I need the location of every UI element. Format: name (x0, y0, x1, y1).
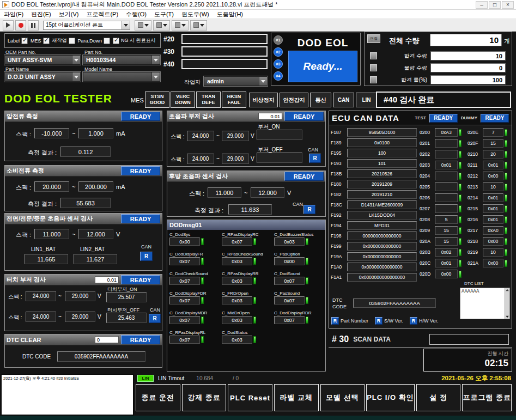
spec-max-input[interactable]: 29.000 (65, 291, 95, 301)
ecu-data-row: F187 958505D100 (331, 128, 417, 137)
can-value: 7 (483, 128, 503, 137)
can-result-button[interactable]: R (309, 154, 321, 163)
mes-mode-button[interactable]: HKSN FAUL (222, 92, 246, 108)
part-name-dropdown[interactable]: D.O.D UNIT ASSY (4, 72, 81, 82)
spec-max-input[interactable]: 12.000 (251, 187, 284, 198)
can-signal: C_DodCheckSound 0x07 (169, 271, 220, 287)
oem-part-no-dropdown[interactable]: UNIT ASSY-SVM (4, 55, 81, 65)
mes-mode-button[interactable]: STSN GOOD (145, 92, 169, 108)
ecu-left-column: F187 958505D100 F189 0x0100 F195 100 F19… (331, 128, 417, 283)
alarm-button[interactable]: 비상정지 (249, 93, 278, 107)
spec-max-input[interactable]: 29.000 (222, 131, 249, 141)
option-checkbox[interactable]: 재작업 (52, 37, 75, 44)
spec-label: 스팩 : (16, 184, 31, 192)
control-button[interactable]: 모델 선택 (320, 384, 365, 411)
control-button[interactable]: 라벨 교체 (274, 384, 319, 411)
spec-min-input[interactable]: 20.000 (34, 181, 69, 192)
option-checkbox[interactable]: Label (8, 38, 28, 44)
menu-item[interactable]: 수행(O) (122, 10, 150, 19)
station-led-list: #1#2#3#4 (274, 35, 283, 81)
checkbox-box[interactable] (21, 38, 28, 44)
control-button[interactable]: 프로그램 종료 (462, 384, 512, 411)
close-button[interactable]: × (502, 1, 514, 9)
can-result-button[interactable]: R (303, 205, 315, 214)
can-value: 0x01 (483, 193, 503, 202)
pause-button[interactable] (28, 20, 39, 31)
threshold-input[interactable]: 0.01 (258, 113, 282, 120)
read-button[interactable]: R (410, 317, 417, 325)
spec-min-input[interactable]: 11.000 (34, 229, 69, 239)
checkbox-box[interactable] (69, 38, 75, 44)
reorder-dropdown[interactable] (190, 20, 207, 31)
alarm-button[interactable]: 안전감지 (280, 93, 308, 107)
distribute-objects-dropdown[interactable] (153, 20, 170, 31)
ecu-data-row: F1A0 0x00000000000000 (331, 263, 417, 271)
mes-mode-button[interactable]: VERC DOWN (171, 92, 195, 108)
slot-input[interactable] (181, 59, 268, 69)
alarm-button[interactable]: CAN (333, 93, 354, 107)
control-button[interactable]: 강제 종료 (182, 384, 227, 411)
option-checkbox[interactable]: NG 시 완료표시 (113, 37, 156, 44)
can-result-button[interactable]: R (140, 252, 153, 261)
spec-min-input[interactable]: 24.000 (26, 312, 56, 322)
spec-min-input[interactable]: 24.000 (187, 131, 214, 141)
alarm-button[interactable]: 통신 (310, 93, 331, 107)
read-button[interactable]: R (331, 317, 339, 325)
checkbox-box[interactable] (43, 38, 50, 44)
spec-max-input[interactable]: 29.000 (65, 312, 95, 322)
signal-led (253, 258, 256, 265)
menu-item[interactable]: 프로젝트(P) (82, 10, 122, 19)
spec-min-input[interactable]: 11.000 (208, 187, 241, 198)
align-objects-dropdown[interactable] (135, 20, 151, 31)
can-result-button[interactable]: R (149, 314, 161, 323)
spec-max-input[interactable]: 12.000 (78, 229, 113, 239)
spec-max-input[interactable]: 200.000 (78, 181, 113, 192)
font-selector[interactable]: 15pt 어플리케이션 폰트 (43, 21, 130, 30)
dtc-list-box[interactable]: AAAAAA (460, 288, 510, 319)
control-button[interactable]: 종료 운전 (136, 384, 180, 411)
scan-data-field[interactable] (429, 334, 509, 345)
result-label: 측정 결과 : (195, 206, 223, 215)
spec-min-input[interactable]: -10.000 (34, 128, 69, 138)
menu-item[interactable]: 편집(E) (27, 10, 55, 19)
dtc-clear-input[interactable]: 0 (95, 336, 119, 343)
spec-min-input[interactable]: 24.000 (187, 154, 214, 164)
resize-objects-dropdown[interactable] (172, 20, 189, 31)
can-value: 0xA0 (483, 226, 503, 235)
abort-button[interactable] (15, 20, 26, 31)
threshold-input[interactable]: 0.01 (95, 276, 119, 283)
menu-item[interactable]: 도움말(H) (213, 10, 247, 19)
scrollbar[interactable] (505, 288, 509, 319)
can-id-label: F195 (331, 150, 347, 156)
menu-item[interactable]: 윈도우(W) (178, 10, 213, 19)
part-no-dropdown[interactable]: H00103544 (83, 55, 160, 65)
checkbox-box[interactable] (113, 38, 119, 44)
menu-item[interactable]: 파일(F) (0, 10, 27, 19)
scroll-down-icon[interactable] (506, 316, 509, 318)
option-checkbox[interactable]: MES (31, 38, 50, 44)
control-button[interactable]: PLC I/O 확인 (366, 384, 415, 411)
can-value (435, 204, 458, 213)
option-checkbox[interactable]: Para.Down (78, 38, 111, 44)
run-button[interactable] (3, 20, 14, 31)
operator-dropdown[interactable]: admin (204, 76, 268, 86)
slot-input[interactable] (181, 46, 268, 57)
spec-max-input[interactable]: 1.000 (78, 128, 113, 138)
control-button[interactable]: 설 정 (416, 384, 461, 411)
minimize-button[interactable]: – (476, 1, 488, 9)
menu-item[interactable]: 보기(V) (55, 10, 83, 19)
control-button[interactable]: PLC Reset (228, 384, 272, 411)
checkbox-box[interactable] (104, 38, 110, 44)
slot-input[interactable] (181, 34, 268, 44)
menu-item[interactable]: 도구(T) (150, 10, 178, 19)
event-log[interactable]: 2021-12-27(월) 오후 4:21:40 #20 Initialize (1, 374, 134, 416)
read-button[interactable]: R (375, 317, 383, 325)
maximize-button[interactable]: □ (489, 1, 501, 9)
model-name-dropdown[interactable] (83, 72, 160, 82)
mes-mode-button[interactable]: TRAN DEFE (196, 92, 221, 108)
alarm-button[interactable]: LIN (356, 93, 377, 107)
scroll-up-icon[interactable] (506, 289, 509, 291)
spec-min-input[interactable]: 24.000 (26, 291, 56, 301)
count-row-value: 10 (430, 51, 506, 60)
spec-max-input[interactable]: 29.000 (222, 154, 249, 164)
